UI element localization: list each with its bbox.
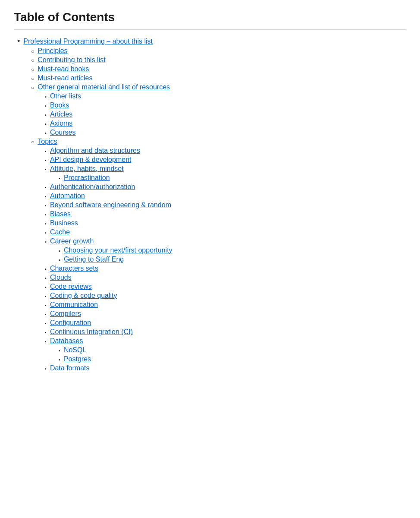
item-row: Getting to Staff Eng	[59, 256, 406, 263]
item-row: Other lists	[45, 92, 406, 100]
list-item: Postgres	[59, 355, 406, 363]
item-row: Characters sets	[45, 265, 406, 272]
item-row: Attitude, habits, mindset	[45, 165, 406, 173]
list-item: Coding & code quality	[45, 292, 406, 300]
authentication-link[interactable]: Authentication/authorization	[50, 183, 135, 191]
communication-link[interactable]: Communication	[50, 301, 98, 309]
toc-level-1: Professional Programming – about this li…	[17, 37, 406, 372]
item-row: Configuration	[45, 319, 406, 327]
list-item: Career growth Choosing your next/first o…	[45, 237, 406, 263]
books-link[interactable]: Books	[50, 101, 69, 109]
nosql-link[interactable]: NoSQL	[64, 346, 86, 354]
list-item: Other lists	[45, 92, 406, 100]
must-read-books-link[interactable]: Must-read books	[38, 65, 89, 73]
characters-sets-link[interactable]: Characters sets	[50, 265, 98, 272]
list-item: Databases NoSQL Postgr	[45, 337, 406, 363]
list-item: Courses	[45, 129, 406, 136]
list-item: Configuration	[45, 319, 406, 327]
item-row: Coding & code quality	[45, 292, 406, 300]
item-row: Must-read books	[31, 65, 406, 73]
professional-programming-link[interactable]: Professional Programming – about this li…	[23, 38, 153, 45]
principles-link[interactable]: Principles	[38, 47, 67, 55]
item-row: Compilers	[45, 310, 406, 318]
procrastination-link[interactable]: Procrastination	[64, 174, 110, 182]
item-row: Databases	[45, 337, 406, 345]
career-growth-link[interactable]: Career growth	[50, 237, 94, 245]
list-item: Authentication/authorization	[45, 183, 406, 191]
topics-link[interactable]: Topics	[38, 138, 57, 145]
list-item: Automation	[45, 192, 406, 200]
item-row: Algorithm and data structures	[45, 147, 406, 155]
list-item: Algorithm and data structures	[45, 147, 406, 155]
coding-quality-link[interactable]: Coding & code quality	[50, 292, 117, 300]
axioms-link[interactable]: Axioms	[50, 120, 72, 127]
code-reviews-link[interactable]: Code reviews	[50, 283, 92, 291]
item-row: Choosing your next/first opportunity	[59, 246, 406, 254]
business-link[interactable]: Business	[50, 219, 78, 227]
list-item: Procrastination	[59, 174, 406, 182]
item-row: Cache	[45, 228, 406, 236]
item-row: NoSQL	[59, 346, 406, 354]
api-design-link[interactable]: API design & development	[50, 156, 132, 164]
automation-link[interactable]: Automation	[50, 192, 85, 200]
choosing-opportunity-link[interactable]: Choosing your next/first opportunity	[64, 246, 172, 254]
item-row: Career growth	[45, 237, 406, 245]
data-formats-link[interactable]: Data formats	[50, 364, 90, 372]
item-row: Authentication/authorization	[45, 183, 406, 191]
clouds-link[interactable]: Clouds	[50, 274, 72, 281]
toc-level-4-databases: NoSQL Postgres	[45, 346, 406, 363]
beyond-software-link[interactable]: Beyond software engineering & random	[50, 201, 171, 209]
item-row: Continuous Integration (CI)	[45, 328, 406, 336]
item-row: Automation	[45, 192, 406, 200]
getting-to-staff-link[interactable]: Getting to Staff Eng	[64, 256, 124, 263]
list-item: Beyond software engineering & random	[45, 201, 406, 209]
list-item: Clouds	[45, 274, 406, 281]
configuration-link[interactable]: Configuration	[50, 319, 91, 327]
list-item: Code reviews	[45, 283, 406, 291]
biases-link[interactable]: Biases	[50, 210, 71, 218]
list-item: Contributing to this list	[31, 56, 406, 64]
algorithm-link[interactable]: Algorithm and data structures	[50, 147, 140, 155]
item-row: Professional Programming – about this li…	[17, 37, 406, 46]
articles-link[interactable]: Articles	[50, 111, 72, 118]
item-row: Must-read articles	[31, 74, 406, 82]
list-item: Biases	[45, 210, 406, 218]
list-item: Principles	[31, 47, 406, 55]
ci-link[interactable]: Continuous Integration (CI)	[50, 328, 133, 336]
toc-level-3-topics: Algorithm and data structures API design…	[31, 147, 406, 372]
other-general-link[interactable]: Other general material and list of resou…	[38, 83, 170, 91]
list-item: Books	[45, 101, 406, 109]
item-row: Code reviews	[45, 283, 406, 291]
other-lists-link[interactable]: Other lists	[50, 92, 81, 100]
cache-link[interactable]: Cache	[50, 228, 70, 236]
list-item: Professional Programming – about this li…	[17, 37, 406, 372]
contributing-link[interactable]: Contributing to this list	[38, 56, 105, 64]
attitude-link[interactable]: Attitude, habits, mindset	[50, 165, 124, 173]
item-row: Axioms	[45, 120, 406, 127]
postgres-link[interactable]: Postgres	[64, 355, 91, 363]
item-row: Topics	[31, 138, 406, 145]
list-item: Data formats	[45, 364, 406, 372]
databases-link[interactable]: Databases	[50, 337, 83, 345]
list-item: Topics Algorithm and data structures API…	[31, 138, 406, 372]
list-item: Must-read articles	[31, 74, 406, 82]
page-title: Table of Contents	[14, 10, 406, 30]
item-row: Data formats	[45, 364, 406, 372]
item-row: Postgres	[59, 355, 406, 363]
item-row: Business	[45, 219, 406, 227]
item-row: Clouds	[45, 274, 406, 281]
must-read-articles-link[interactable]: Must-read articles	[38, 74, 92, 82]
list-item: Cache	[45, 228, 406, 236]
item-row: Biases	[45, 210, 406, 218]
item-row: Procrastination	[59, 174, 406, 182]
item-row: Courses	[45, 129, 406, 136]
list-item: Attitude, habits, mindset Procrastinatio…	[45, 165, 406, 182]
item-row: Contributing to this list	[31, 56, 406, 64]
courses-link[interactable]: Courses	[50, 129, 76, 136]
list-item: Compilers	[45, 310, 406, 318]
toc-level-2: Principles Contributing to this list Mus…	[17, 47, 406, 372]
toc-level-3: Other lists Books Articles	[31, 92, 406, 136]
compilers-link[interactable]: Compilers	[50, 310, 81, 318]
list-item: Other general material and list of resou…	[31, 83, 406, 136]
item-row: Principles	[31, 47, 406, 55]
